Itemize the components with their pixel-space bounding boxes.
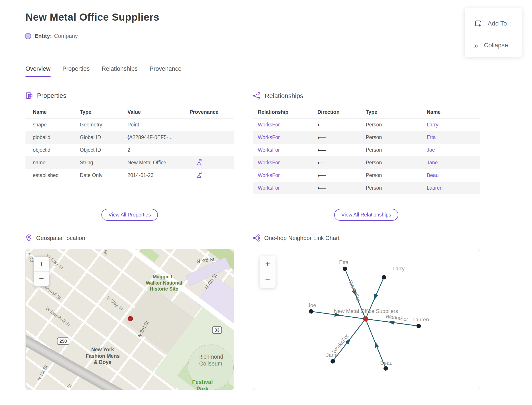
entity-link[interactable]: Beau <box>427 172 480 178</box>
relationships-table: Relationship Direction Type Name WorksFo… <box>253 106 480 194</box>
add-to-button[interactable]: Add To <box>474 15 522 32</box>
collapse-label: Collapse <box>484 42 508 49</box>
property-row: globalid Global ID {A228944F-0EF5-... <box>26 131 234 144</box>
collapse-button[interactable]: » Collapse <box>474 36 522 54</box>
entity-link[interactable]: Jane <box>427 160 480 166</box>
map-zoom-in-button[interactable]: + <box>34 256 49 271</box>
relationship-row: WorksFor ⟵ Person Etta <box>253 131 480 144</box>
edge-label-worksfor: WorksFor <box>385 313 409 322</box>
properties-table: Name Type Value Provenance shape Geometr… <box>26 106 234 182</box>
map-zoom-out-button[interactable]: − <box>34 271 49 286</box>
col-name: Name <box>427 109 480 115</box>
node-lauren[interactable] <box>417 324 421 328</box>
poi-label-maggie-walker: Maggie L. Walker National Historic Site <box>146 274 182 292</box>
geospatial-section-header: Geospatial location <box>26 234 85 242</box>
properties-section-title: Properties <box>37 92 66 99</box>
properties-section-header: Properties <box>26 92 66 99</box>
chart-zoom-out-button[interactable]: − <box>259 272 276 288</box>
poi-label-new-york-fashion: New York Fashion Mens & Boys <box>86 346 120 365</box>
map-location-marker <box>128 316 133 321</box>
tab-relationships[interactable]: Relationships <box>102 65 138 77</box>
entity-link[interactable]: Joe <box>427 147 480 153</box>
col-type: Type <box>80 109 127 115</box>
col-provenance: Provenance <box>190 109 234 115</box>
entity-detail-page: New Metal Office Suppliers Entity: Compa… <box>0 0 532 405</box>
col-name: Name <box>33 109 80 115</box>
one-hop-link-chart[interactable]: Etta Larry Joe New Metal Office Supplier… <box>253 249 480 390</box>
entity-link[interactable]: Lauren <box>427 185 480 191</box>
node-center-company[interactable] <box>363 317 368 322</box>
route-shield-250: 250 <box>57 338 69 345</box>
linkchart-section-title: One-hop Neighbor Link Chart <box>264 235 339 242</box>
relationship-row: WorksFor ⟵ Person Jane <box>253 156 480 169</box>
provenance-flag-icon[interactable] <box>196 159 202 166</box>
node-label-lauren: Lauren <box>412 317 429 323</box>
node-larry[interactable] <box>382 275 386 279</box>
entity-type-value: Company <box>54 33 78 39</box>
edge-label-worksfor: WorksFor <box>348 279 362 303</box>
node-joe[interactable] <box>309 309 313 314</box>
tab-overview[interactable]: Overview <box>26 65 51 77</box>
view-all-relationships-button[interactable]: View All Relationships <box>334 209 398 221</box>
actions-card: Add To » Collapse <box>465 8 522 57</box>
tab-provenance[interactable]: Provenance <box>150 65 181 77</box>
col-relationship: Relationship <box>258 109 317 115</box>
direction-arrow: ⟵ <box>317 172 366 179</box>
route-shield-33: 33 <box>212 326 222 334</box>
direction-arrow: ⟵ <box>317 121 366 128</box>
add-to-label: Add To <box>488 20 507 27</box>
detail-tabs: Overview Properties Relationships Proven… <box>26 65 181 77</box>
entity-link[interactable]: Etta <box>427 135 480 140</box>
node-label-joe: Joe <box>308 302 316 308</box>
direction-arrow: ⟵ <box>317 147 366 154</box>
collapse-icon: » <box>474 41 478 49</box>
poi-label-festival-park: Festival Park <box>187 379 218 390</box>
node-label-center: New Metal Office Suppliers <box>334 308 398 314</box>
node-label-beau: Beau <box>380 360 392 366</box>
edge-jane-worksfor <box>333 319 366 361</box>
properties-icon <box>26 92 33 99</box>
relationship-row: WorksFor ⟵ Person Larry <box>253 118 480 131</box>
relationships-section-title: Relationships <box>265 92 303 100</box>
page-title: New Metal Office Suppliers <box>26 11 159 23</box>
entity-label: Entity: <box>35 33 52 39</box>
relationship-link[interactable]: WorksFor <box>258 122 317 128</box>
property-row: objectid Object ID 2 <box>26 144 234 156</box>
poi-label-richmond-coliseum: Richmond Coliseum <box>198 353 223 367</box>
link-chart-icon <box>253 234 260 242</box>
node-label-larry: Larry <box>392 265 405 271</box>
relationships-table-header: Relationship Direction Type Name <box>253 106 480 118</box>
properties-table-header: Name Type Value Provenance <box>26 106 234 118</box>
node-jane[interactable] <box>331 359 335 364</box>
property-row: shape Geometry Point <box>26 118 234 131</box>
chart-zoom-control: + − <box>259 256 276 288</box>
relationship-link[interactable]: WorksFor <box>258 185 317 191</box>
direction-arrow: ⟵ <box>317 159 366 166</box>
tab-properties[interactable]: Properties <box>62 65 90 77</box>
relationship-link[interactable]: WorksFor <box>258 147 317 153</box>
property-row: established Date Only 2014-01-23 <box>26 169 234 182</box>
relationship-link[interactable]: WorksFor <box>258 172 317 178</box>
direction-arrow: ⟵ <box>317 134 366 141</box>
entity-type-row: Entity: Company <box>25 33 78 39</box>
map-zoom-control: + − <box>34 256 49 286</box>
relationship-link[interactable]: WorksFor <box>258 160 317 166</box>
relationships-icon <box>253 92 261 100</box>
relationship-row: WorksFor ⟵ Person Joe <box>253 144 480 156</box>
entity-type-icon <box>25 33 31 39</box>
entity-link[interactable]: Larry <box>427 122 480 128</box>
view-all-properties-button[interactable]: View All Properties <box>101 209 158 221</box>
provenance-flag-icon[interactable] <box>196 171 202 178</box>
node-label-etta: Etta <box>339 259 349 265</box>
node-etta[interactable] <box>343 267 347 271</box>
geospatial-map[interactable]: k Rd W Clay St Sa N 3rd St N 4th St arsh… <box>26 249 234 390</box>
node-beau[interactable] <box>384 366 388 371</box>
col-direction: Direction <box>317 109 366 115</box>
property-row: name String New Metal Office ... <box>26 156 234 169</box>
geospatial-section-title: Geospatial location <box>36 235 85 242</box>
direction-arrow: ⟵ <box>317 184 366 192</box>
chart-zoom-in-button[interactable]: + <box>259 256 276 272</box>
relationship-link[interactable]: WorksFor <box>258 135 317 140</box>
map-pin-icon <box>26 234 32 242</box>
col-value: Value <box>127 109 190 115</box>
